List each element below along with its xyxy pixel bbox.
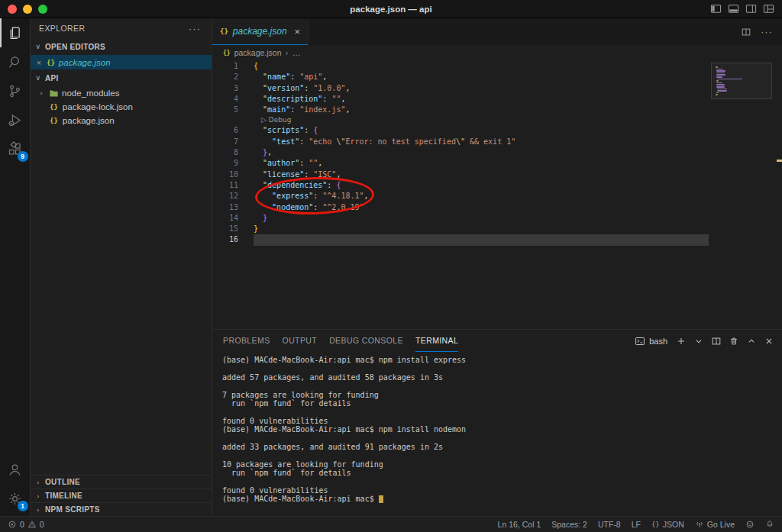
line-number: 2 bbox=[212, 72, 238, 82]
terminal-output[interactable]: (base) MACde-MacBook-Air:api mac$ npm in… bbox=[212, 352, 782, 516]
layout-controls bbox=[710, 3, 782, 15]
split-editor-icon[interactable] bbox=[741, 27, 751, 37]
line-number: 11 bbox=[212, 180, 238, 191]
customize-layout-icon[interactable] bbox=[763, 3, 774, 15]
go-live-button[interactable]: Go Live bbox=[695, 520, 735, 529]
minimap-line bbox=[717, 89, 727, 90]
tree-item-package-json[interactable]: {} package.json bbox=[31, 114, 212, 127]
npm-scripts-section-header[interactable]: › NPM SCRIPTS bbox=[31, 502, 212, 516]
encoding-indicator[interactable]: UTF-8 bbox=[598, 520, 621, 529]
files-icon bbox=[7, 25, 23, 41]
terminal-line: (base) MACde-MacBook-Air:api mac$ npm in… bbox=[222, 425, 782, 434]
activitybar-extensions[interactable]: 9 bbox=[0, 134, 31, 163]
split-terminal-icon[interactable] bbox=[711, 336, 722, 347]
minimize-window-button[interactable] bbox=[23, 5, 32, 14]
eol-indicator[interactable]: LF bbox=[632, 520, 641, 529]
breadcrumb-file[interactable]: package.json bbox=[234, 48, 282, 57]
breadcrumb-more[interactable]: … bbox=[292, 48, 301, 57]
code-line[interactable]: 8 }, bbox=[212, 147, 782, 158]
json-file-icon: {} bbox=[223, 50, 231, 56]
toggle-panel-icon[interactable] bbox=[728, 3, 739, 15]
code-line[interactable]: 10 "license": "ISC", bbox=[212, 169, 782, 180]
feedback-icon[interactable] bbox=[745, 520, 755, 529]
open-editors-header[interactable]: ∨ OPEN EDITORS bbox=[31, 38, 212, 55]
close-editor-icon[interactable]: × bbox=[35, 58, 43, 67]
breadcrumb[interactable]: {} package.json › … bbox=[212, 45, 782, 60]
minimap-line bbox=[716, 94, 718, 95]
minimap[interactable] bbox=[711, 63, 772, 99]
panel-tab-terminal[interactable]: TERMINAL bbox=[415, 330, 458, 352]
code-line[interactable]: 6 "scripts": { bbox=[212, 125, 782, 136]
tab-package-json[interactable]: {} package.json × bbox=[212, 18, 309, 45]
editor-actions: ··· bbox=[741, 18, 782, 45]
line-number: 16 bbox=[212, 234, 238, 245]
tree-item-node-modules[interactable]: › node_modules bbox=[31, 86, 212, 100]
warning-icon bbox=[27, 520, 37, 529]
code-editor[interactable]: 1{2 "name": "api",3 "version": "1.0.0",4… bbox=[212, 60, 782, 329]
activitybar-account[interactable] bbox=[0, 455, 31, 484]
json-file-icon: {} bbox=[50, 117, 58, 124]
problems-indicator[interactable]: 0 0 bbox=[8, 520, 44, 529]
code-line[interactable]: 12 "express": "^4.18.1", bbox=[212, 191, 782, 202]
cursor-position-indicator[interactable]: Ln 16, Col 1 bbox=[498, 520, 541, 529]
zoom-window-button[interactable] bbox=[38, 5, 47, 14]
terminal-line bbox=[222, 477, 782, 485]
code-line[interactable]: 7 "test": "echo \"Error: no test specifi… bbox=[212, 137, 782, 147]
overview-ruler-marker bbox=[777, 160, 782, 162]
code-line[interactable]: 15} bbox=[212, 224, 782, 234]
activitybar-settings[interactable]: 1 bbox=[0, 484, 31, 513]
line-text: "dependencies": { bbox=[254, 180, 709, 191]
close-window-button[interactable] bbox=[8, 5, 17, 14]
titlebar: package.json — api bbox=[0, 0, 782, 18]
tab-close-icon[interactable]: × bbox=[295, 26, 301, 37]
explorer-more-actions-icon[interactable]: ··· bbox=[189, 23, 201, 34]
activitybar-explorer[interactable] bbox=[0, 18, 31, 47]
code-line[interactable]: 4 "description": "", bbox=[212, 94, 782, 105]
new-terminal-icon[interactable] bbox=[676, 336, 687, 347]
code-line[interactable]: 5 "main": "index.js", bbox=[212, 105, 782, 115]
code-line[interactable]: 16 bbox=[212, 234, 782, 245]
maximize-panel-icon[interactable] bbox=[746, 336, 757, 347]
activitybar-run-debug[interactable] bbox=[0, 105, 31, 134]
folder-section-header[interactable]: ∨ API bbox=[31, 69, 212, 86]
notifications-bell-icon[interactable] bbox=[765, 520, 774, 529]
code-line[interactable]: 9 "author": "", bbox=[212, 158, 782, 169]
panel-tab-problems[interactable]: PROBLEMS bbox=[223, 330, 270, 352]
line-number: 10 bbox=[212, 169, 238, 180]
language-mode-indicator[interactable]: {} JSON bbox=[651, 520, 684, 529]
code-line[interactable]: 13 "nodemon": "^2.0.19" bbox=[212, 202, 782, 213]
terminal-line bbox=[222, 451, 782, 459]
terminal-dropdown-icon[interactable] bbox=[693, 336, 704, 347]
editor-more-actions-icon[interactable]: ··· bbox=[761, 26, 773, 37]
line-text: "test": "echo \"Error: no test specified… bbox=[254, 137, 709, 147]
minimap-line bbox=[716, 66, 718, 68]
toggle-secondary-sidebar-icon[interactable] bbox=[745, 3, 757, 15]
panel-header: PROBLEMS OUTPUT DEBUG CONSOLE TERMINAL b… bbox=[212, 330, 782, 352]
activitybar-search[interactable] bbox=[0, 47, 31, 76]
code-line[interactable]: 11 "dependencies": { bbox=[212, 180, 782, 191]
code-line[interactable]: 3 "version": "1.0.0", bbox=[212, 83, 782, 94]
panel-tab-output[interactable]: OUTPUT bbox=[283, 330, 318, 352]
line-number: 12 bbox=[212, 191, 238, 202]
folder-name: API bbox=[45, 74, 59, 82]
open-editor-item-package-json[interactable]: × {} package.json bbox=[31, 55, 212, 69]
close-panel-icon[interactable] bbox=[764, 336, 774, 347]
panel-tab-debug-console[interactable]: DEBUG CONSOLE bbox=[329, 330, 403, 352]
line-number: 8 bbox=[212, 147, 238, 158]
bottom-panel: PROBLEMS OUTPUT DEBUG CONSOLE TERMINAL b… bbox=[212, 329, 782, 516]
codelens-row[interactable]: ▷ Debug bbox=[212, 115, 782, 125]
timeline-section-header[interactable]: › TIMELINE bbox=[31, 488, 212, 502]
outline-section-header[interactable]: › OUTLINE bbox=[31, 475, 212, 488]
code-line[interactable]: 2 "name": "api", bbox=[212, 72, 782, 82]
kill-terminal-icon[interactable] bbox=[729, 336, 739, 347]
terminal-line: added 33 packages, and audited 91 packag… bbox=[222, 443, 782, 451]
extensions-badge: 9 bbox=[18, 151, 28, 162]
toggle-primary-sidebar-icon[interactable] bbox=[710, 3, 722, 15]
code-line[interactable]: 14 } bbox=[212, 213, 782, 224]
code-line[interactable]: 1{ bbox=[212, 61, 782, 72]
indentation-indicator[interactable]: Spaces: 2 bbox=[551, 520, 587, 529]
activitybar-source-control[interactable] bbox=[0, 76, 31, 105]
tree-item-package-lock[interactable]: {} package-lock.json bbox=[31, 100, 212, 114]
line-number: 3 bbox=[212, 83, 238, 94]
shell-selector[interactable]: bash bbox=[635, 336, 667, 347]
